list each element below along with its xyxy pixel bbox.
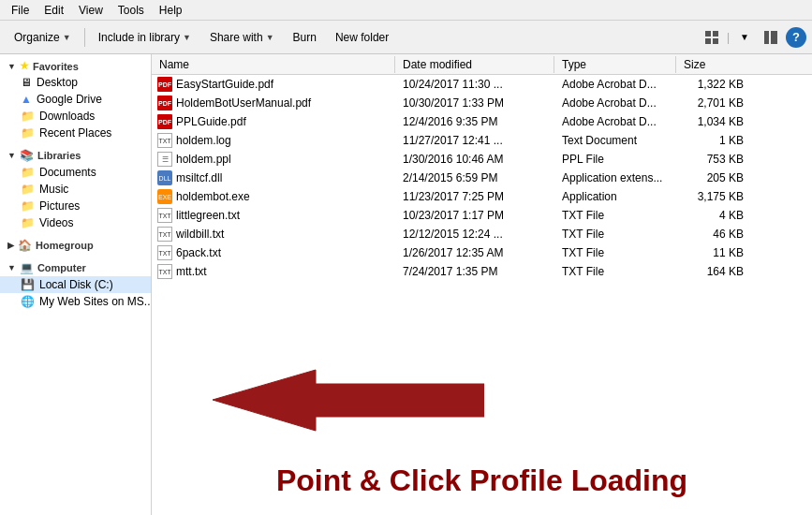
- sidebar-item-desktop[interactable]: 🖥 Desktop: [0, 74, 151, 91]
- libraries-header[interactable]: ▼ 📚 Libraries: [0, 147, 151, 164]
- column-size[interactable]: Size: [676, 56, 751, 73]
- sidebar-item-local-disk[interactable]: 💾 Local Disk (C:): [0, 276, 151, 293]
- file-type-cell: Adobe Acrobat D...: [554, 114, 676, 129]
- sidebar-item-music[interactable]: 📁 Music: [0, 181, 151, 198]
- main-layout: ▼ ★ Favorites 🖥 Desktop ▲ Google Drive 📁…: [0, 54, 812, 515]
- file-name-cell: EXE holdembot.exe: [152, 188, 395, 205]
- file-name-cell: PDF HoldemBotUserManual.pdf: [152, 95, 395, 111]
- table-row[interactable]: ☰ holdem.ppl 1/30/2016 10:46 AM PPL File…: [152, 150, 812, 169]
- view-separator: |: [727, 31, 730, 44]
- file-date-cell: 7/24/2017 1:35 PM: [395, 264, 554, 279]
- table-row[interactable]: TXT mtt.txt 7/24/2017 1:35 PM TXT File 1…: [152, 262, 812, 281]
- view-options-arrow-icon: ▼: [740, 32, 749, 42]
- file-name-cell: TXT wildbill.txt: [152, 226, 395, 243]
- column-type[interactable]: Type: [554, 56, 676, 73]
- web-sites-icon: 🌐: [21, 295, 35, 308]
- file-type-cell: Adobe Acrobat D...: [554, 96, 676, 110]
- table-row[interactable]: PDF PPLGuide.pdf 12/4/2016 9:35 PM Adobe…: [152, 112, 812, 131]
- table-row[interactable]: TXT wildbill.txt 12/12/2015 12:24 ... TX…: [152, 225, 812, 243]
- burn-label: Burn: [293, 31, 317, 44]
- favorites-section: ▼ ★ Favorites 🖥 Desktop ▲ Google Drive 📁…: [0, 58, 151, 141]
- homegroup-collapse-icon: ▶: [7, 241, 14, 250]
- pane-toggle-button[interactable]: [760, 27, 782, 48]
- documents-label: Documents: [39, 166, 96, 179]
- file-type-cell: TXT File: [554, 208, 676, 223]
- libraries-section: ▼ 📚 Libraries 📁 Documents 📁 Music 📁 Pict…: [0, 147, 151, 231]
- computer-collapse-icon: ▼: [7, 263, 16, 272]
- svg-rect-1: [713, 31, 718, 37]
- share-with-arrow-icon: ▼: [266, 33, 274, 42]
- homegroup-header[interactable]: ▶ 🏠 Homegroup: [0, 237, 151, 254]
- menu-edit[interactable]: Edit: [37, 2, 71, 19]
- file-name-cell: DLL msiltcf.dll: [152, 169, 395, 186]
- view-options-button[interactable]: ▼: [733, 27, 756, 48]
- sidebar-item-videos[interactable]: 📁 Videos: [0, 214, 151, 231]
- column-date[interactable]: Date modified: [395, 56, 554, 73]
- toolbar-right: | ▼ ?: [701, 27, 806, 48]
- menu-file[interactable]: File: [4, 2, 37, 19]
- file-name-cell: TXT mtt.txt: [152, 263, 395, 280]
- svg-marker-6: [213, 370, 484, 431]
- sidebar-item-pictures[interactable]: 📁 Pictures: [0, 198, 151, 214]
- file-size-cell: 46 KB: [676, 227, 751, 242]
- table-row[interactable]: PDF EasyStartGuide.pdf 10/24/2017 11:30 …: [152, 75, 812, 94]
- table-row[interactable]: EXE holdembot.exe 11/23/2017 7:25 PM App…: [152, 187, 812, 206]
- menu-tools[interactable]: Tools: [111, 2, 152, 19]
- txt-icon: TXT: [157, 133, 172, 148]
- table-row[interactable]: DLL msiltcf.dll 2/14/2015 6:59 PM Applic…: [152, 169, 812, 187]
- help-button[interactable]: ?: [786, 27, 806, 48]
- table-row[interactable]: PDF HoldemBotUserManual.pdf 10/30/2017 1…: [152, 94, 812, 112]
- file-name-cell: PDF EasyStartGuide.pdf: [152, 76, 395, 93]
- homegroup-icon: 🏠: [18, 239, 32, 252]
- favorites-header[interactable]: ▼ ★ Favorites: [0, 58, 151, 74]
- google-drive-icon: ▲: [21, 93, 32, 106]
- web-sites-label: My Web Sites on MS...: [39, 295, 151, 308]
- share-with-button[interactable]: Share with ▼: [201, 27, 283, 48]
- file-date-cell: 11/23/2017 7:25 PM: [395, 189, 554, 204]
- libraries-icon: 📚: [20, 149, 34, 162]
- svg-rect-3: [713, 38, 718, 44]
- sidebar: ▼ ★ Favorites 🖥 Desktop ▲ Google Drive 📁…: [0, 54, 152, 515]
- table-row[interactable]: TXT 6pack.txt 1/26/2017 12:35 AM TXT Fil…: [152, 243, 812, 262]
- burn-button[interactable]: Burn: [285, 27, 325, 48]
- table-row[interactable]: TXT holdem.log 11/27/2017 12:41 ... Text…: [152, 131, 812, 150]
- favorites-star-icon: ★: [20, 60, 29, 72]
- txt-icon: TXT: [157, 264, 172, 279]
- txt-icon: TXT: [157, 245, 172, 260]
- file-list: PDF EasyStartGuide.pdf 10/24/2017 11:30 …: [152, 75, 812, 515]
- videos-icon: 📁: [21, 216, 35, 229]
- sidebar-item-google-drive[interactable]: ▲ Google Drive: [0, 91, 151, 108]
- file-date-cell: 10/24/2017 11:30 ...: [395, 77, 554, 92]
- homegroup-section: ▶ 🏠 Homegroup: [0, 237, 151, 254]
- file-date-cell: 10/30/2017 1:33 PM: [395, 96, 554, 110]
- arrow-annotation: [203, 365, 484, 435]
- file-name-cell: TXT littlegreen.txt: [152, 207, 395, 224]
- computer-header[interactable]: ▼ 💻 Computer: [0, 259, 151, 276]
- sidebar-item-documents[interactable]: 📁 Documents: [0, 164, 151, 181]
- sidebar-item-downloads[interactable]: 📁 Downloads: [0, 108, 151, 125]
- column-header: Name Date modified Type Size: [152, 54, 812, 75]
- sidebar-item-web-sites[interactable]: 🌐 My Web Sites on MS...: [0, 293, 151, 310]
- sidebar-item-recent-places[interactable]: 📁 Recent Places: [0, 125, 151, 141]
- file-date-cell: 12/12/2015 12:24 ...: [395, 227, 554, 242]
- file-type-cell: Application extens...: [554, 170, 676, 185]
- table-row[interactable]: TXT littlegreen.txt 10/23/2017 1:17 PM T…: [152, 206, 812, 225]
- change-view-button[interactable]: [701, 27, 723, 48]
- computer-section: ▼ 💻 Computer 💾 Local Disk (C:) 🌐 My Web …: [0, 259, 151, 310]
- pictures-icon: 📁: [21, 199, 35, 213]
- organize-button[interactable]: Organize ▼: [6, 27, 80, 48]
- favorites-label: Favorites: [33, 61, 79, 72]
- recent-places-icon: 📁: [21, 126, 35, 140]
- share-with-label: Share with: [210, 31, 263, 44]
- column-name[interactable]: Name: [152, 56, 395, 73]
- svg-rect-4: [764, 31, 769, 44]
- pictures-label: Pictures: [39, 199, 80, 213]
- new-folder-button[interactable]: New folder: [327, 27, 397, 48]
- menu-view[interactable]: View: [71, 2, 111, 19]
- svg-rect-0: [705, 31, 711, 37]
- menu-help[interactable]: Help: [152, 2, 190, 19]
- pane-icon: [764, 31, 777, 44]
- documents-icon: 📁: [21, 166, 35, 179]
- include-library-button[interactable]: Include in library ▼: [90, 27, 199, 48]
- include-library-arrow-icon: ▼: [183, 33, 191, 42]
